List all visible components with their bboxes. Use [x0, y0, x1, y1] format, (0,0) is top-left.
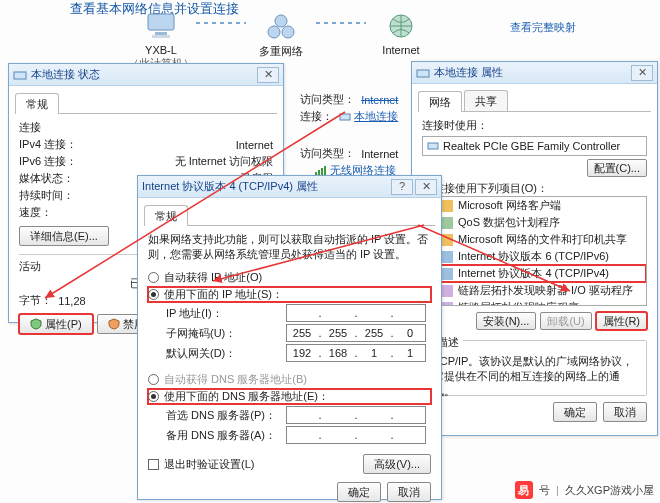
- list-item-label: 链路层拓扑发现映射器 I/O 驱动程序: [458, 283, 633, 298]
- wifi-icon: [315, 166, 327, 176]
- list-item: ✓链路层拓扑发现映射器 I/O 驱动程序: [423, 282, 646, 299]
- globe-icon: [384, 12, 418, 40]
- dns1-label: 首选 DNS 服务器(P)：: [166, 408, 286, 423]
- list-item-label: Internet 协议版本 6 (TCP/IPv6): [458, 249, 609, 264]
- access-type-label: 访问类型：: [300, 92, 355, 107]
- radio-label: 使用下面的 DNS 服务器地址(E)：: [164, 389, 329, 404]
- client-icon: [441, 200, 453, 212]
- cancel-button[interactable]: 取消: [603, 402, 647, 422]
- gateway-field[interactable]: 192.168.1.1: [286, 344, 426, 362]
- dns1-field[interactable]: ...: [286, 406, 426, 424]
- uses-items-label: 此连接使用下列项目(O)：: [422, 181, 647, 196]
- svg-rect-19: [441, 268, 453, 280]
- close-button[interactable]: ✕: [257, 67, 279, 83]
- titlebar: 本地连接 属性 ✕: [412, 62, 657, 84]
- help-button[interactable]: ?: [391, 179, 413, 195]
- tab-sharing[interactable]: 共享: [464, 90, 508, 111]
- lltd-icon: [441, 285, 453, 297]
- properties-button[interactable]: 属性(P): [19, 314, 93, 334]
- computer-icon: [144, 12, 178, 40]
- svg-point-5: [275, 15, 287, 27]
- ip-field[interactable]: ...: [286, 304, 426, 322]
- section-connection: 连接: [19, 120, 273, 135]
- ipv4-value: Internet: [91, 139, 273, 151]
- radio-auto-dns: 自动获得 DNS 服务器地址(B): [148, 372, 431, 387]
- close-button[interactable]: ✕: [631, 65, 653, 81]
- radio-use-ip[interactable]: 使用下面的 IP 地址(S)：: [148, 287, 431, 302]
- list-item-label: Microsoft 网络客户端: [458, 198, 561, 213]
- brand-suffix: 号: [539, 483, 550, 498]
- ipv6-value: 无 Internet 访问权限: [91, 154, 273, 169]
- close-button[interactable]: ✕: [415, 179, 437, 195]
- close-icon: ✕: [422, 181, 431, 192]
- node-label: Internet: [356, 44, 446, 56]
- ok-button[interactable]: 确定: [337, 482, 381, 502]
- access-type-value-2: Internet: [361, 148, 398, 160]
- details-button[interactable]: 详细信息(E)...: [19, 226, 109, 246]
- bytes-label: 字节：: [19, 293, 52, 308]
- titlebar: 本地连接 状态 ✕: [9, 64, 283, 86]
- protocol-icon: [441, 251, 453, 263]
- radio-label: 自动获得 IP 地址(O): [164, 270, 262, 285]
- list-item: ✓Microsoft 网络的文件和打印机共享: [423, 231, 646, 248]
- uninstall-button[interactable]: 卸载(U): [540, 312, 591, 330]
- dns2-label: 备用 DNS 服务器(A)：: [166, 428, 286, 443]
- items-list[interactable]: ✓Microsoft 网络客户端 ✓QoS 数据包计划程序 ✓Microsoft…: [422, 196, 647, 306]
- svg-point-4: [282, 26, 294, 38]
- bytes-value: 11,28: [58, 295, 86, 307]
- tab-general[interactable]: 常规: [15, 93, 59, 114]
- list-item: ✓QoS 数据包计划程序: [423, 214, 646, 231]
- close-icon: ✕: [638, 67, 647, 78]
- advanced-button[interactable]: 高级(V)...: [363, 454, 431, 474]
- svg-point-3: [268, 26, 280, 38]
- nic-field: Realtek PCIe GBE Family Controller: [422, 136, 647, 156]
- tab-general[interactable]: 常规: [144, 205, 188, 226]
- radio-use-dns[interactable]: 使用下面的 DNS 服务器地址(E)：: [148, 389, 431, 404]
- node-multi-network: 多重网络: [236, 12, 326, 59]
- svg-rect-15: [441, 200, 453, 212]
- list-item: ✓链路层拓扑发现响应程序: [423, 299, 646, 306]
- link-local-connection[interactable]: 本地连接: [354, 109, 398, 124]
- check-label: 退出时验证设置(L): [164, 457, 254, 472]
- window-connection-props: 本地连接 属性 ✕ 网络 共享 连接时使用： Realtek PCIe GBE …: [411, 61, 658, 436]
- svg-rect-17: [441, 234, 453, 246]
- window-ipv4-props: Internet 协议版本 4 (TCP/IPv4) 属性 ? ✕ 常规 如果网…: [137, 175, 442, 500]
- mask-field[interactable]: 255.255.255.0: [286, 324, 426, 342]
- tab-network[interactable]: 网络: [418, 91, 462, 112]
- list-item-label: Microsoft 网络的文件和打印机共享: [458, 232, 627, 247]
- svg-rect-16: [441, 217, 453, 229]
- protocol-icon: [441, 268, 453, 280]
- connections-label: 连接：: [300, 109, 333, 124]
- svg-rect-14: [428, 143, 438, 149]
- svg-rect-11: [324, 166, 326, 176]
- network-icon: [264, 12, 298, 40]
- cancel-button[interactable]: 取消: [387, 482, 431, 502]
- radio-auto-ip[interactable]: 自动获得 IP 地址(O): [148, 270, 431, 285]
- ok-button[interactable]: 确定: [553, 402, 597, 422]
- mask-label: 子网掩码(U)：: [166, 326, 286, 341]
- svg-rect-2: [152, 35, 170, 38]
- help-text: 如果网络支持此功能，则可以获取自动指派的 IP 设置。否则，您需要从网络系统管理…: [148, 232, 431, 262]
- configure-button[interactable]: 配置(C)...: [587, 159, 647, 177]
- access-type-label-2: 访问类型：: [300, 146, 355, 161]
- view-full-map-link[interactable]: 查看完整映射: [510, 20, 576, 35]
- adapter-icon: [13, 68, 27, 82]
- brand-name: 久久XGP游戏小屋: [565, 483, 654, 498]
- nic-name: Realtek PCIe GBE Family Controller: [443, 140, 620, 152]
- properties-button-label: 属性(P): [45, 317, 82, 332]
- check-validate-on-exit[interactable]: 退出时验证设置(L): [148, 457, 254, 472]
- close-icon: ✕: [264, 69, 273, 80]
- ipv4-label: IPv4 连接：: [19, 137, 91, 152]
- adapter-icon: [339, 111, 351, 123]
- install-button[interactable]: 安装(N)...: [476, 312, 536, 330]
- list-item-ipv4: ✓Internet 协议版本 4 (TCP/IPv4): [423, 265, 646, 282]
- list-item-label: QoS 数据包计划程序: [458, 215, 560, 230]
- dns2-field[interactable]: ...: [286, 426, 426, 444]
- shield-icon: [108, 318, 120, 330]
- radio-label: 自动获得 DNS 服务器地址(B): [164, 372, 307, 387]
- adapter-icon: [416, 66, 430, 80]
- titlebar: Internet 协议版本 4 (TCP/IPv4) 属性 ? ✕: [138, 176, 441, 198]
- radio-label: 使用下面的 IP 地址(S)：: [164, 287, 283, 302]
- item-properties-button[interactable]: 属性(R): [596, 312, 647, 330]
- svg-rect-0: [148, 14, 174, 30]
